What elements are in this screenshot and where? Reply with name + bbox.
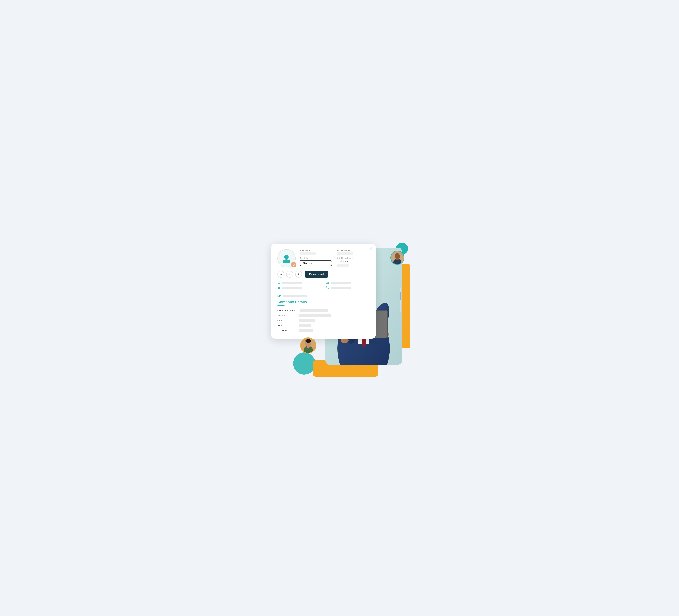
company-name-label: Company Name	[278, 309, 296, 312]
npi-value	[283, 295, 307, 297]
company-section-title: Company Details	[278, 300, 369, 304]
city-value	[299, 319, 315, 322]
company-name-row: Company Name	[278, 309, 369, 312]
social-row: in t f Download	[278, 271, 369, 278]
avatar-badge: D	[291, 262, 296, 267]
scene: × D First Name Middle Na	[269, 240, 410, 377]
npi-row: NPI	[278, 295, 369, 297]
state-value	[299, 324, 311, 327]
svg-rect-29	[396, 257, 399, 260]
zipcode-value	[299, 329, 313, 332]
company-section: Company Details Company Name Address Cit…	[278, 300, 369, 332]
avatar-wrapper: D	[278, 249, 296, 267]
city-label: City	[278, 319, 296, 322]
middle-name-field: Middle Name	[337, 249, 369, 255]
zipcode-label: Zipcode	[278, 329, 296, 332]
svg-point-36	[283, 259, 290, 263]
info-row	[278, 281, 369, 293]
location-info	[278, 286, 321, 290]
job-dept-field: Job Department Healthcare	[337, 257, 369, 267]
address-value	[299, 314, 331, 317]
city-row: City	[278, 319, 369, 322]
first-name-value	[299, 252, 316, 255]
company-fields-list: Company Name Address City State Zipcode	[278, 309, 369, 332]
email-value	[331, 282, 351, 284]
avatar-bottomleft	[300, 337, 316, 353]
state-label: State	[278, 324, 296, 327]
deco-circle-bottomleft	[293, 352, 315, 375]
briefcase-info	[278, 281, 321, 285]
profile-card: × D First Name Middle Na	[271, 244, 376, 339]
state-row: State	[278, 324, 369, 327]
twitter-button[interactable]: t	[286, 271, 293, 278]
job-dept-label: Job Department	[337, 257, 369, 259]
download-button[interactable]: Download	[305, 271, 328, 278]
close-button[interactable]: ×	[369, 246, 372, 251]
facebook-button[interactable]: f	[295, 271, 302, 278]
profile-fields: First Name Middle Name Job Title Doctor …	[299, 249, 369, 267]
address-row: Address	[278, 314, 369, 317]
svg-point-34	[305, 339, 311, 343]
location-value	[282, 287, 302, 289]
avatar-bottomleft-image	[301, 337, 316, 353]
svg-point-35	[284, 255, 289, 259]
job-title-value: Doctor	[299, 260, 332, 266]
phone-icon	[326, 286, 329, 290]
first-name-field: First Name	[299, 249, 332, 255]
job-dept-value: Healthcare	[337, 260, 369, 263]
middle-name-value	[337, 252, 353, 255]
scrollbar[interactable]	[400, 288, 401, 312]
svg-rect-33	[307, 344, 310, 348]
company-name-value	[299, 309, 328, 312]
linkedin-button[interactable]: in	[278, 271, 284, 278]
email-info	[326, 281, 369, 285]
briefcase-icon	[278, 281, 281, 285]
email-icon	[326, 281, 329, 285]
job-title-field: Job Title Doctor	[299, 257, 332, 267]
avatar-topright-image	[391, 251, 404, 265]
company-title-divider	[278, 306, 285, 306]
avatar-person-icon	[282, 253, 292, 263]
avatar-topright	[390, 251, 405, 265]
job-dept-subvalue	[337, 264, 349, 267]
job-title-label: Job Title	[299, 257, 332, 259]
profile-section: D First Name Middle Name Job Title Docto…	[278, 249, 369, 267]
phone-value	[331, 287, 351, 289]
first-name-label: First Name	[299, 249, 332, 252]
middle-name-label: Middle Name	[337, 249, 369, 252]
phone-info	[326, 286, 369, 290]
location-icon	[278, 286, 281, 290]
zipcode-row: Zipcode	[278, 329, 369, 332]
npi-label: NPI	[278, 295, 282, 297]
scrollbar-thumb[interactable]	[400, 292, 401, 300]
briefcase-value	[282, 282, 302, 284]
address-label: Address	[278, 314, 296, 317]
